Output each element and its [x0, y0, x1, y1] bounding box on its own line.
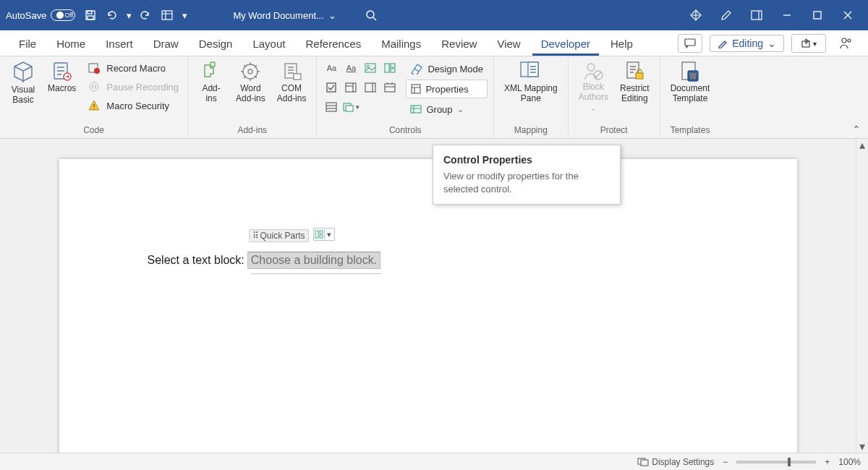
addins-button[interactable]: Add- ins	[194, 59, 229, 106]
autosave-switch[interactable]: Off	[51, 9, 75, 21]
editing-mode-button[interactable]: Editing ⌄	[710, 35, 784, 52]
macros-button[interactable]: Macros	[43, 59, 80, 95]
tab-review[interactable]: Review	[433, 33, 485, 56]
svg-rect-34	[411, 106, 421, 113]
ribbon-tabs: File Home Insert Draw Design Layout Refe…	[0, 30, 868, 56]
word-addins-button[interactable]: Word Add-ins	[231, 59, 270, 106]
chevron-down-icon: ⌄	[767, 38, 776, 49]
content-control-border	[251, 273, 381, 274]
combo-box-control-icon[interactable]	[342, 79, 359, 96]
svg-rect-46	[320, 235, 323, 238]
design-mode-button[interactable]: Design Mode	[406, 59, 488, 78]
undo-dropdown-icon[interactable]: ▾	[124, 6, 133, 25]
repeating-section-control-icon[interactable]	[323, 98, 340, 116]
group-button[interactable]: Group⌄	[406, 100, 488, 119]
design-mode-icon	[410, 63, 423, 74]
svg-rect-6	[814, 12, 821, 19]
tab-mailings[interactable]: Mailings	[373, 33, 430, 56]
display-icon	[637, 458, 649, 466]
maximize-button[interactable]	[803, 4, 832, 26]
addins-icon	[200, 61, 222, 82]
table-layout-icon[interactable]	[158, 6, 176, 25]
xml-mapping-button[interactable]: XML Mapping Pane	[500, 59, 562, 106]
tab-draw[interactable]: Draw	[145, 33, 187, 56]
chevron-down-icon: ⌄	[328, 10, 336, 21]
zoom-in-button[interactable]: +	[825, 457, 830, 467]
ribbon-display-icon[interactable]	[742, 4, 771, 26]
properties-button[interactable]: Properties	[406, 80, 488, 98]
record-macro-button[interactable]: Record Macro	[83, 59, 182, 77]
tab-design[interactable]: Design	[190, 33, 242, 56]
tab-file[interactable]: File	[10, 33, 45, 56]
content-control-dropdown[interactable]: ▾	[313, 228, 335, 241]
tab-view[interactable]: View	[488, 33, 529, 56]
status-bar: Display Settings − + 100%	[0, 453, 868, 470]
svg-rect-45	[320, 231, 323, 234]
document-title[interactable]: My Word Document... ⌄	[233, 10, 336, 21]
save-icon[interactable]	[81, 6, 100, 25]
share-button[interactable]: ▾	[791, 34, 826, 53]
diamond-icon[interactable]	[681, 4, 710, 26]
qat-customize-icon[interactable]: ▾	[179, 6, 190, 25]
svg-rect-2	[88, 16, 93, 20]
redo-button[interactable]	[136, 6, 155, 25]
picture-control-icon[interactable]	[362, 59, 379, 77]
dropdown-control-icon[interactable]	[362, 79, 379, 96]
block-authors-button: Block Authors⌄	[574, 59, 613, 114]
group-label-mapping: Mapping	[500, 124, 562, 137]
svg-rect-25	[391, 69, 395, 72]
scroll-down-icon[interactable]: ▾	[856, 440, 868, 453]
building-block-control-icon[interactable]	[381, 59, 399, 77]
record-icon	[86, 60, 102, 76]
display-settings-button[interactable]: Display Settings	[637, 457, 714, 467]
svg-rect-48	[641, 460, 648, 466]
visual-basic-button[interactable]: Visual Basic	[6, 59, 41, 107]
svg-point-14	[94, 68, 100, 74]
prompt-text: Select a text block:	[148, 254, 244, 267]
tab-layout[interactable]: Layout	[244, 33, 294, 56]
document-template-button[interactable]: WDocument Template	[666, 59, 715, 106]
svg-rect-1	[88, 11, 92, 14]
tab-references[interactable]: References	[297, 33, 370, 56]
content-control-header[interactable]: ⠿Quick Parts ▾	[249, 228, 335, 242]
minimize-button[interactable]	[773, 4, 801, 26]
brush-icon[interactable]	[712, 4, 741, 26]
collapse-ribbon-icon[interactable]: ⌃	[852, 124, 861, 135]
zoom-level[interactable]: 100%	[838, 457, 861, 467]
group-label-protect: Protect	[574, 124, 654, 137]
zoom-slider[interactable]	[736, 461, 816, 463]
comments-button[interactable]	[678, 34, 702, 53]
autosave-label: AutoSave	[6, 10, 46, 21]
tab-insert[interactable]: Insert	[97, 33, 142, 56]
tooltip-control-properties: Control Properties View or modify proper…	[433, 145, 621, 205]
com-addins-icon	[281, 61, 302, 82]
svg-point-18	[248, 69, 252, 74]
rich-text-control-icon[interactable]: Aa	[323, 59, 340, 77]
svg-rect-40	[636, 73, 643, 79]
svg-point-37	[587, 64, 595, 71]
zoom-out-button[interactable]: −	[723, 457, 728, 467]
title-bar: AutoSave Off ▾ ▾ My Word Document... ⌄	[0, 0, 868, 30]
svg-rect-16	[210, 62, 215, 67]
search-button[interactable]	[365, 9, 377, 21]
vertical-scrollbar[interactable]: ▴ ▾	[856, 139, 868, 453]
checkbox-control-icon[interactable]	[323, 79, 340, 96]
legacy-tools-icon[interactable]: ▾	[342, 98, 359, 116]
page[interactable]: ⠿Quick Parts ▾ Select a text block: Choo…	[59, 159, 797, 453]
svg-rect-27	[346, 83, 356, 92]
scroll-up-icon[interactable]: ▴	[856, 139, 868, 151]
close-button[interactable]	[833, 4, 862, 26]
tab-help[interactable]: Help	[602, 33, 642, 56]
macro-security-button[interactable]: Macro Security	[83, 97, 182, 114]
com-addins-button[interactable]: COM Add-ins	[273, 59, 311, 106]
date-picker-control-icon[interactable]	[381, 79, 399, 96]
autosave-toggle[interactable]: AutoSave Off	[6, 9, 75, 21]
tab-developer[interactable]: Developer	[532, 33, 599, 56]
plain-text-control-icon[interactable]: Aa	[342, 59, 359, 77]
undo-button[interactable]	[103, 6, 122, 25]
content-control-placeholder[interactable]: Choose a building block.	[247, 252, 380, 269]
profile-icon[interactable]	[833, 34, 858, 53]
restrict-editing-icon	[624, 61, 644, 82]
tab-home[interactable]: Home	[48, 33, 94, 56]
restrict-editing-button[interactable]: Restrict Editing	[616, 59, 654, 106]
